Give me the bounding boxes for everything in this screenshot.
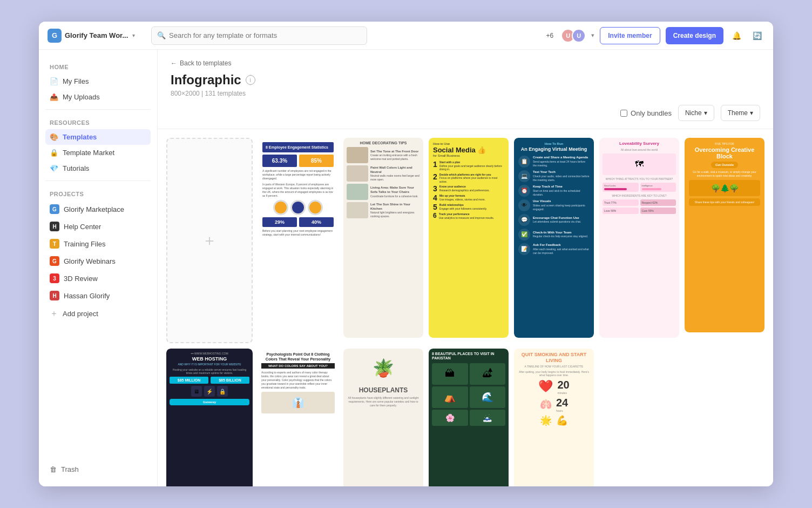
back-label: Back to templates — [180, 59, 231, 67]
sidebar-item-label: My Uploads — [63, 93, 100, 101]
sidebar-item-label: 3D Review — [64, 275, 98, 283]
template-card-pakistan[interactable]: 8 BEAUTIFUL PLACES TO VISIT IN PAKISTAN … — [429, 349, 509, 486]
project-dot-glorify-webinars: G — [50, 256, 59, 266]
topbar-right: +6 U U ▾ Invite member Create design 🔔 🔄 — [546, 27, 764, 44]
template-card-home-deco[interactable]: HOME DECORATING TIPS Set The Tone at The… — [343, 138, 423, 338]
only-bundles-checkbox[interactable]: Only bundles — [620, 109, 672, 117]
template-card-web-hosting[interactable]: ••• WWW.WEBHOSTING.COM WEB HOSTING AND W… — [166, 349, 253, 486]
brand-name: Glorify Team Wor... — [65, 31, 128, 39]
trash-label: Trash — [61, 465, 79, 473]
upload-icon: 📤 — [50, 93, 58, 101]
sidebar-item-3d-review[interactable]: 3 3D Review — [45, 270, 151, 287]
home-section-label: Home — [50, 64, 146, 70]
trash-icon: 🗑 — [50, 465, 57, 473]
sidebar-item-label: Training Files — [64, 240, 106, 248]
niche-filter-label: Niche — [685, 109, 702, 117]
template-card-quit-smoking[interactable]: QUIT SMOKING AND START LIVING A TIMELINE… — [514, 349, 594, 486]
templates-grid: ＋ 8 Employee Engagement Statistics 63.3%… — [166, 138, 764, 486]
topbar: G Glorify Team Wor... ▾ 🔍 +6 U U ▾ Invit… — [39, 22, 773, 50]
sidebar-item-training-files[interactable]: T Training Files — [45, 235, 151, 252]
templates-icon: 🎨 — [50, 133, 58, 141]
template-card-employee[interactable]: 8 Employee Engagement Statistics 63.3% 8… — [258, 138, 338, 338]
notifications-bell-icon[interactable]: 🔔 — [729, 28, 744, 43]
only-bundles-label: Only bundles — [631, 109, 672, 117]
app-window: G Glorify Team Wor... ▾ 🔍 +6 U U ▾ Invit… — [39, 22, 773, 486]
content-area: ← Back to templates Infographic i 800×20… — [158, 50, 773, 486]
avatar-2[interactable]: U — [572, 29, 586, 43]
project-dot-training-files: T — [50, 239, 59, 249]
tc-title: 8 Employee Engagement Statistics — [262, 142, 334, 152]
brand[interactable]: G Glorify Team Wor... ▾ — [48, 29, 145, 43]
template-card-loveability[interactable]: Loveability Survery All about love aroun… — [599, 138, 679, 338]
search-icon: 🔍 — [157, 31, 166, 39]
invite-member-button[interactable]: Invite member — [600, 27, 660, 44]
sidebar-item-template-market[interactable]: 🔒 Template Market — [45, 145, 151, 161]
theme-filter-button[interactable]: Theme ▾ — [721, 105, 760, 121]
sidebar-item-help-center[interactable]: H Help Center — [45, 218, 151, 235]
sidebar-item-label: Help Center — [64, 223, 101, 231]
main-layout: Home 📄 My Files 📤 My Uploads Resources 🎨… — [39, 50, 773, 486]
resources-section-label: Resources — [50, 119, 146, 126]
templates-grid-wrapper: ＋ 8 Employee Engagement Statistics 63.3%… — [158, 129, 773, 486]
search-input[interactable] — [169, 31, 361, 39]
sidebar-item-label: Tutorials — [63, 164, 89, 172]
template-card-social-media[interactable]: How to Use Social Media 👍 for Small Busi… — [429, 138, 509, 338]
template-card-virtual-meeting[interactable]: How To Run An Engaging Virtual Meeting 📋… — [514, 138, 594, 338]
sidebar-item-label: Hassan Glorify — [64, 292, 110, 300]
page-meta: 800×2000 | 131 templates — [171, 90, 760, 97]
templates-section: ＋ 8 Employee Engagement Statistics 63.3%… — [158, 129, 773, 486]
template-card-houseplants[interactable]: 🪴 HOUSEPLANTS All houseplants have sligh… — [343, 349, 423, 486]
project-dot-glorify-marketplace: G — [50, 204, 59, 214]
page-title-row: Infographic i — [171, 72, 760, 88]
sidebar-item-add-project[interactable]: ＋ Add project — [45, 304, 151, 323]
add-project-icon: ＋ — [50, 308, 58, 319]
sidebar-item-label: Glorify Marketplace — [64, 205, 124, 213]
project-dot-help-center: H — [50, 222, 59, 231]
template-card-creative-block[interactable]: FIVE TIPS FOR Overcoming Creative Block … — [685, 138, 764, 332]
sidebar-item-templates[interactable]: 🎨 Templates — [45, 129, 151, 145]
template-card-psychologists[interactable]: Psychologists Point Out 8 Clothing Color… — [258, 349, 338, 486]
sidebar-divider-2 — [45, 181, 151, 181]
sidebar-item-hassan-glorify[interactable]: H Hassan Glorify — [45, 287, 151, 304]
avatar-group-chevron-icon[interactable]: ▾ — [591, 32, 594, 39]
niche-filter-button[interactable]: Niche ▾ — [678, 105, 714, 121]
lock-icon: 🔒 — [50, 149, 58, 157]
back-to-templates-button[interactable]: ← Back to templates — [171, 59, 760, 67]
page-title: Infographic — [171, 72, 241, 88]
sidebar: Home 📄 My Files 📤 My Uploads Resources 🎨… — [39, 50, 158, 486]
add-icon: ＋ — [202, 230, 217, 251]
sidebar-item-glorify-marketplace[interactable]: G Glorify Marketplace — [45, 200, 151, 218]
brand-chevron-icon: ▾ — [132, 32, 135, 38]
sidebar-item-label: Templates — [63, 133, 97, 141]
sidebar-item-label: Template Market — [63, 149, 114, 157]
project-dot-hassan-glorify: H — [50, 291, 59, 300]
sidebar-item-tutorials[interactable]: 💎 Tutorials — [45, 161, 151, 176]
info-icon[interactable]: i — [246, 75, 255, 85]
back-arrow-icon: ← — [171, 59, 177, 67]
projects-section-label: Projects — [50, 191, 146, 197]
avatar-group: U U — [561, 29, 586, 43]
theme-filter-label: Theme — [728, 109, 748, 117]
filter-row: Only bundles Niche ▾ Theme ▾ — [158, 97, 773, 129]
file-icon: 📄 — [50, 77, 58, 85]
sidebar-trash[interactable]: 🗑 Trash — [45, 461, 151, 478]
avatar-count: +6 — [546, 32, 554, 39]
add-template-card[interactable]: ＋ — [166, 138, 253, 343]
project-dot-3d-review: 3 — [50, 273, 59, 283]
refresh-icon[interactable]: 🔄 — [749, 28, 764, 43]
gem-icon: 💎 — [50, 164, 58, 172]
sidebar-item-my-uploads[interactable]: 📤 My Uploads — [45, 89, 151, 105]
creative-block-title: Overcoming Creative Block — [689, 146, 760, 159]
sidebar-item-my-files[interactable]: 📄 My Files — [45, 73, 151, 89]
search-bar[interactable]: 🔍 — [151, 26, 367, 45]
only-bundles-checkbox-input[interactable] — [620, 110, 627, 117]
sidebar-item-label: Glorify Webinars — [64, 257, 116, 265]
content-header: ← Back to templates Infographic i 800×20… — [158, 50, 773, 97]
sidebar-item-glorify-webinars[interactable]: G Glorify Webinars — [45, 252, 151, 270]
niche-chevron-icon: ▾ — [704, 109, 707, 117]
sidebar-item-label: My Files — [63, 77, 89, 85]
sidebar-divider-1 — [45, 109, 151, 110]
brand-logo: G — [48, 29, 62, 43]
sidebar-item-label: Add project — [63, 310, 98, 318]
create-design-button[interactable]: Create design — [666, 27, 723, 44]
